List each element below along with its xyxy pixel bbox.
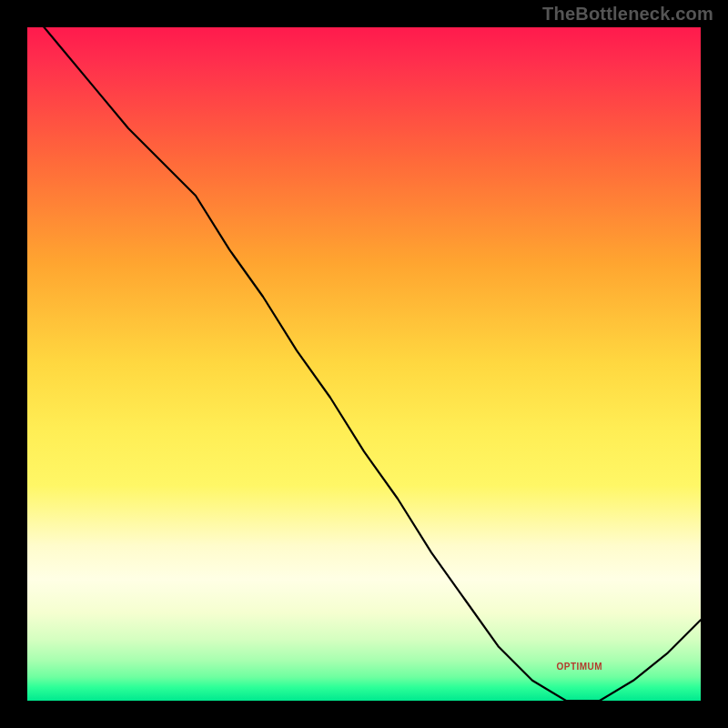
optimum-label: OPTIMUM [556,662,602,672]
bottleneck-curve [27,27,701,701]
watermark-text: TheBottleneck.com [542,4,713,25]
plot-area: OPTIMUM [27,27,701,701]
curve-path [27,27,701,701]
